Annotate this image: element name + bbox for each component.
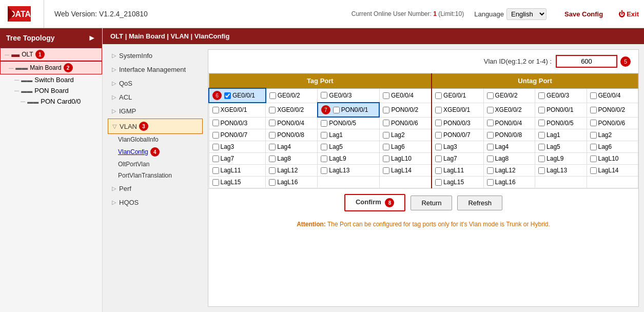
tag-port-LagL12[interactable]: LagL12 <box>269 167 314 174</box>
nav-item-system-info[interactable]: ▷ SystemInfo <box>108 49 203 62</box>
untag-port-Lag4[interactable]: Lag4 <box>487 143 532 150</box>
tag-port-LagL10[interactable]: LagL10 <box>383 155 428 162</box>
sidebar-item-pon-board[interactable]: ─ ▬▬ PON Board <box>0 85 102 96</box>
untag-port-PON0/0/7[interactable]: PON0/0/7 <box>435 131 480 139</box>
tag-port-checkbox-PON0/0/6[interactable] <box>383 120 389 126</box>
untag-port-LagL9[interactable]: LagL9 <box>538 155 583 162</box>
untag-port-checkbox-Lag4[interactable] <box>487 144 494 150</box>
untag-port-checkbox-Lag1[interactable] <box>538 132 545 139</box>
tag-port-GE0/0/1[interactable]: 6GE0/0/1 <box>212 91 262 100</box>
untag-port-checkbox-PON0/0/5[interactable] <box>538 120 545 126</box>
sidebar-item-pon-card[interactable]: ─ ▬▬ PON Card0/0 <box>0 96 102 107</box>
sidebar-collapse-icon[interactable]: ► <box>88 33 96 43</box>
tag-port-checkbox-PON0/0/7[interactable] <box>212 132 219 139</box>
exit-button[interactable]: ⏻ Exit <box>618 10 639 18</box>
tag-port-GE0/0/2[interactable]: GE0/0/2 <box>269 92 315 99</box>
tag-port-PON0/0/2[interactable]: PON0/0/2 <box>383 106 428 113</box>
tag-port-GE0/0/3[interactable]: GE0/0/3 <box>321 92 376 99</box>
tag-port-checkbox-LagL16[interactable] <box>269 179 276 186</box>
tag-port-checkbox-GE0/0/4[interactable] <box>383 92 389 99</box>
tag-port-checkbox-LagL14[interactable] <box>383 167 389 174</box>
untag-port-checkbox-LagL12[interactable] <box>487 167 494 174</box>
nav-item-hqos[interactable]: ▷ HQOS <box>108 196 203 209</box>
untag-port-checkbox-PON0/0/7[interactable] <box>435 132 442 139</box>
nav-item-qos[interactable]: ▷ QoS <box>108 77 203 90</box>
tag-port-checkbox-PON0/0/2[interactable] <box>383 107 389 113</box>
tag-port-checkbox-LagL15[interactable] <box>212 179 219 186</box>
tag-port-checkbox-PON0/0/1[interactable] <box>333 107 340 113</box>
untag-port-checkbox-Lag6[interactable] <box>590 144 597 150</box>
untag-port-LagL14[interactable]: LagL14 <box>590 167 635 174</box>
untag-port-PON0/0/4[interactable]: PON0/0/4 <box>487 120 532 127</box>
untag-port-Lag6[interactable]: Lag6 <box>590 143 635 150</box>
untag-port-checkbox-Lag8[interactable] <box>487 155 494 162</box>
sidebar-item-main-board[interactable]: ─ ▬▬ Main Board 2 <box>0 61 102 74</box>
tag-port-PON0/0/7[interactable]: PON0/0/7 <box>212 131 263 139</box>
tag-port-LagL9[interactable]: LagL9 <box>321 155 376 162</box>
untag-port-checkbox-Lag5[interactable] <box>538 144 545 150</box>
untag-port-checkbox-PON0/0/3[interactable] <box>435 120 442 126</box>
tag-port-checkbox-PON0/0/8[interactable] <box>269 132 276 139</box>
nav-item-vlan[interactable]: ▽ VLAN 3 <box>108 119 203 134</box>
tag-port-Lag1[interactable]: Lag1 <box>321 131 376 139</box>
untag-port-XGE0/0/2[interactable]: XGE0/0/2 <box>487 106 532 113</box>
untag-port-PON0/0/3[interactable]: PON0/0/3 <box>435 120 480 127</box>
untag-port-checkbox-XGE0/0/1[interactable] <box>435 107 442 113</box>
untag-port-checkbox-GE0/0/4[interactable] <box>590 92 597 99</box>
untag-port-Lag2[interactable]: Lag2 <box>590 131 635 139</box>
tag-port-checkbox-PON0/0/3[interactable] <box>212 120 219 126</box>
untag-port-checkbox-LagL13[interactable] <box>538 167 545 174</box>
untag-port-checkbox-PON0/0/8[interactable] <box>487 132 494 139</box>
untag-port-checkbox-LagL14[interactable] <box>590 167 597 174</box>
untag-port-Lag5[interactable]: Lag5 <box>538 143 583 150</box>
tag-port-checkbox-PON0/0/5[interactable] <box>321 120 327 127</box>
sidebar-item-olt[interactable]: ─ ▬ OLT 1 <box>0 48 102 61</box>
tag-port-checkbox-Lag8[interactable] <box>269 155 276 162</box>
untag-port-checkbox-GE0/0/1[interactable] <box>435 92 442 99</box>
untag-port-checkbox-Lag7[interactable] <box>435 155 442 162</box>
sidebar-item-switch-board[interactable]: ─ ▬▬ Switch Board <box>0 74 102 85</box>
tag-port-PON0/0/1[interactable]: 7PON0/0/1 <box>321 105 376 114</box>
nav-sub-port-vlan-translation[interactable]: PortVlanTranslation <box>108 170 203 181</box>
tag-port-PON0/0/6[interactable]: PON0/0/6 <box>383 120 428 127</box>
untag-port-LagL12[interactable]: LagL12 <box>487 167 532 174</box>
tag-port-XGE0/0/1[interactable]: XGE0/0/1 <box>212 106 263 113</box>
untag-port-Lag7[interactable]: Lag7 <box>435 155 480 162</box>
untag-port-checkbox-LagL11[interactable] <box>435 167 442 174</box>
tag-port-Lag5[interactable]: Lag5 <box>321 143 376 150</box>
tag-port-Lag2[interactable]: Lag2 <box>383 131 428 139</box>
tag-port-LagL13[interactable]: LagL13 <box>321 167 376 174</box>
tag-port-Lag7[interactable]: Lag7 <box>212 155 263 162</box>
untag-port-LagL13[interactable]: LagL13 <box>538 167 583 174</box>
tag-port-Lag8[interactable]: Lag8 <box>269 155 314 162</box>
nav-item-igmp[interactable]: ▷ IGMP <box>108 105 203 118</box>
untag-port-GE0/0/2[interactable]: GE0/0/2 <box>487 92 532 99</box>
untag-port-PON0/0/1[interactable]: PON0/0/1 <box>538 106 583 113</box>
nav-sub-olt-port-vlan[interactable]: OltPortVlan <box>108 159 203 170</box>
nav-sub-vlan-config[interactable]: VlanConfig 4 <box>108 145 203 159</box>
tag-port-Lag4[interactable]: Lag4 <box>269 143 314 150</box>
tag-port-checkbox-PON0/0/4[interactable] <box>269 120 276 126</box>
tag-port-PON0/0/4[interactable]: PON0/0/4 <box>269 120 314 127</box>
tag-port-checkbox-XGE0/0/1[interactable] <box>212 107 219 113</box>
nav-item-perf[interactable]: ▷ Perf <box>108 182 203 195</box>
untag-port-checkbox-GE0/0/2[interactable] <box>487 92 494 99</box>
untag-port-PON0/0/8[interactable]: PON0/0/8 <box>487 131 532 139</box>
untag-port-LagL10[interactable]: LagL10 <box>590 155 635 162</box>
untag-port-GE0/0/3[interactable]: GE0/0/3 <box>538 92 583 99</box>
tag-port-checkbox-Lag3[interactable] <box>212 144 219 150</box>
untag-port-checkbox-PON0/0/2[interactable] <box>590 107 597 113</box>
nav-sub-vlan-global-info[interactable]: VlanGlobalInfo <box>108 134 203 145</box>
tag-port-checkbox-LagL11[interactable] <box>212 167 219 174</box>
untag-port-Lag8[interactable]: Lag8 <box>487 155 532 162</box>
tag-port-checkbox-Lag1[interactable] <box>321 132 327 139</box>
untag-port-checkbox-PON0/0/4[interactable] <box>487 120 494 126</box>
untag-port-checkbox-LagL16[interactable] <box>487 179 494 186</box>
language-select[interactable]: English Chinese <box>506 8 547 20</box>
untag-port-Lag3[interactable]: Lag3 <box>435 143 480 150</box>
tag-port-checkbox-LagL9[interactable] <box>321 155 327 162</box>
tag-port-checkbox-Lag5[interactable] <box>321 144 327 150</box>
save-config-link[interactable]: Save Config <box>564 10 603 18</box>
untag-port-checkbox-PON0/0/6[interactable] <box>590 120 597 126</box>
vlan-id-input[interactable] <box>556 55 617 68</box>
